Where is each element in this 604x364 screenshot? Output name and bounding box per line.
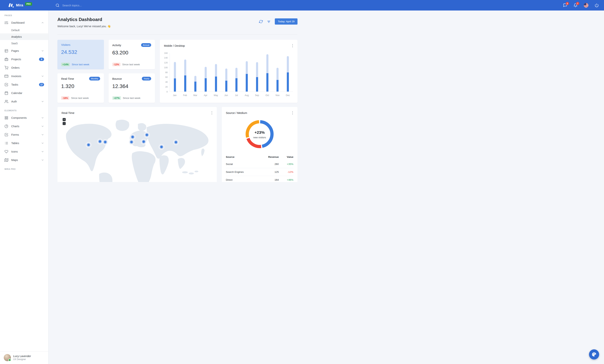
bar-column-may[interactable] (211, 53, 221, 92)
sidebar-item-dashboard[interactable]: Dashboard (0, 18, 48, 27)
sidebar-item-label: Pages (11, 49, 19, 52)
calendar-icon (4, 91, 8, 95)
sidebar-item-label: Icons (11, 150, 18, 153)
sidebar-item-analytics[interactable]: Analytics (0, 33, 48, 40)
bar-column-sep[interactable] (252, 53, 262, 92)
stat-card-visitors: Visitors 24.532 +14% Since last week (57, 40, 104, 69)
bar-chart-x-axis: JanFebMarAprMayJunJulAugSepOctNovDec (160, 92, 298, 97)
brand[interactable]: Mira PRO (0, 3, 48, 8)
source-table: SourceRevenueValueSocial260+35%Search En… (226, 154, 293, 182)
column-header-revenue: Revenue (263, 156, 279, 158)
sidebar-item-label: Components (11, 116, 27, 119)
donut-center-value: +23% (254, 130, 265, 135)
sidebar-section-label: MIRA PRO (0, 164, 48, 172)
header-actions: Today: April 29 (259, 18, 298, 25)
zoom-in-button[interactable]: + (63, 118, 66, 121)
bar-column-dec[interactable] (283, 53, 293, 92)
refresh-button[interactable] (259, 20, 263, 24)
x-axis-label: Mar (190, 94, 201, 97)
bar-column-aug[interactable] (242, 53, 252, 92)
sidebar-item-charts[interactable]: Charts (0, 122, 48, 130)
main-content: Analytics Dashboard Welcome back, Lucy! … (48, 11, 302, 182)
donut-chart: +23% new visitors (245, 119, 275, 150)
map-marker[interactable] (175, 141, 177, 144)
map-marker[interactable] (146, 134, 148, 136)
stat-title: Activity (112, 44, 121, 47)
sidebar-item-label: Dashboard (11, 21, 25, 24)
x-axis-label: Nov (272, 94, 283, 97)
bar-column-apr[interactable] (201, 53, 211, 92)
card-menu-button[interactable] (292, 111, 294, 115)
cart-icon (4, 66, 8, 70)
sidebar-item-tables[interactable]: Tables (0, 139, 48, 147)
map-marker[interactable] (131, 136, 134, 138)
card-menu-button[interactable] (211, 111, 213, 115)
sidebar-item-calendar[interactable]: Calendar (0, 89, 48, 97)
sidebar-item-projects[interactable]: Projects8 (0, 55, 48, 63)
value-cell: +35% (279, 163, 293, 165)
donut-center-label: new visitors (253, 136, 266, 139)
date-range-button[interactable]: Today: April 29 (275, 18, 298, 25)
map-marker[interactable] (104, 141, 107, 143)
sidebar-item-auth[interactable]: Auth (0, 97, 48, 106)
zoom-out-button[interactable]: - (63, 122, 66, 125)
y-axis-tick: 160 (164, 52, 168, 54)
briefcase-icon (4, 57, 8, 61)
bar-desktop-segment (194, 76, 196, 82)
sidebar-item-components[interactable]: Components (0, 113, 48, 122)
card-title: Source / Medium (226, 111, 247, 114)
sidebar-item-saas[interactable]: SaaS (0, 40, 48, 47)
sidebar-item-pages[interactable]: Pages (0, 47, 48, 55)
bar-column-mar[interactable] (190, 53, 201, 92)
page-subtitle: Welcome back, Lucy! We've missed you. 👋 (57, 25, 111, 28)
chevron-down-icon (41, 133, 44, 136)
bar-desktop-segment (235, 68, 238, 78)
y-axis-tick: 140 (164, 57, 168, 59)
map-marker[interactable] (142, 140, 145, 143)
card-menu-button[interactable] (292, 44, 294, 48)
top-navbar: Mira PRO 3 7 (0, 0, 302, 11)
map-marker[interactable] (130, 141, 133, 143)
sidebar-item-maps[interactable]: Maps (0, 156, 48, 164)
bar-column-jul[interactable] (231, 53, 242, 92)
chevron-down-icon (41, 116, 44, 119)
revenue-cell: 164 (263, 178, 279, 181)
bar-column-feb[interactable] (180, 53, 190, 92)
filter-button[interactable] (267, 20, 271, 24)
sidebar-item-label: Invoices (11, 75, 21, 78)
sliders-icon (4, 21, 8, 25)
sidebar-count-badge: 17 (39, 83, 44, 86)
x-axis-label: Sep (252, 94, 262, 97)
stat-caption: Since last week (72, 63, 89, 66)
bar-column-nov[interactable] (273, 53, 283, 92)
map-marker[interactable] (99, 140, 101, 143)
bar-column-jun[interactable] (221, 53, 231, 92)
sidebar-item-default[interactable]: Default (0, 27, 48, 33)
stat-title: Visitors (61, 43, 70, 46)
delta-chip: -12% (112, 63, 120, 66)
sidebar-item-invoices[interactable]: Invoices (0, 72, 48, 80)
chevron-down-icon (41, 142, 44, 145)
sidebar-item-icons[interactable]: Icons (0, 147, 48, 156)
x-axis-label: Apr (200, 94, 211, 97)
bar-column-oct[interactable] (262, 53, 273, 92)
search-input[interactable] (62, 4, 124, 7)
bar-mobile-segment (246, 74, 248, 92)
x-axis-label: Jan (170, 94, 180, 97)
bar-column-jan[interactable] (170, 53, 180, 92)
sidebar-item-orders[interactable]: Orders (0, 63, 48, 72)
sidebar-item-forms[interactable]: Forms (0, 130, 48, 139)
layout-icon (4, 49, 8, 53)
sidebar-item-label: Forms (11, 133, 19, 136)
map-marker[interactable] (87, 144, 90, 146)
grid-icon (4, 116, 8, 120)
chevron-up-icon (41, 21, 44, 24)
x-axis-label: Jul (231, 94, 242, 97)
y-axis-tick: 0 (167, 91, 168, 93)
map-marker[interactable] (160, 146, 163, 148)
sidebar-item-tasks[interactable]: Tasks17 (0, 80, 48, 89)
revenue-cell: 260 (263, 163, 279, 165)
bar-desktop-segment (174, 62, 176, 78)
chevron-down-icon (41, 150, 44, 153)
mira-logo-icon (8, 3, 14, 8)
